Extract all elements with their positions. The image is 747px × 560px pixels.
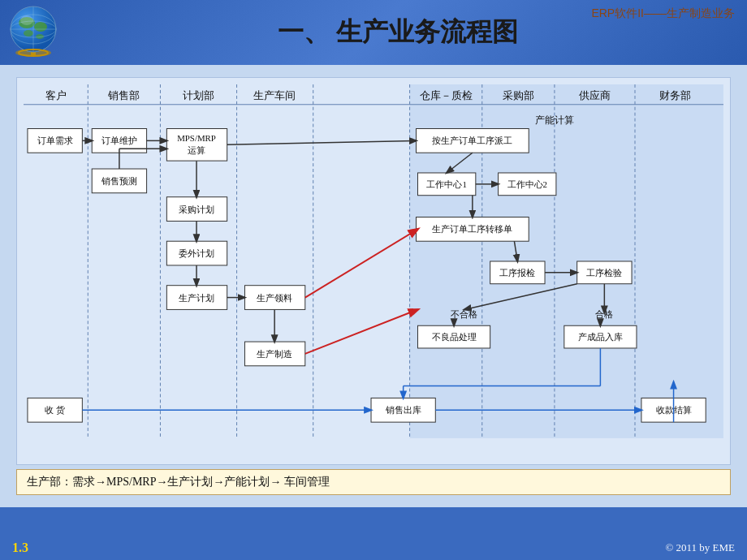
- page-number: 1.3: [12, 541, 28, 555]
- svg-text:工序检验: 工序检验: [586, 268, 622, 278]
- svg-text:销售出库: 销售出库: [385, 405, 421, 415]
- svg-text:销售部: 销售部: [107, 90, 140, 101]
- process-flow-svg: 客户 销售部 计划部 生产车间 仓库－质检 采购部 供应商 财务部 产能计算 订…: [24, 84, 723, 454]
- svg-line-101: [305, 309, 418, 353]
- svg-text:生产制造: 生产制造: [257, 349, 292, 359]
- svg-text:不良品处理: 不良品处理: [432, 332, 477, 342]
- svg-text:产能计算: 产能计算: [535, 114, 574, 126]
- svg-text:生产领料: 生产领料: [257, 293, 292, 303]
- svg-text:工作中心2: 工作中心2: [507, 179, 547, 189]
- svg-text:产成品入库: 产成品入库: [578, 332, 623, 342]
- svg-text:销售预测: 销售预测: [101, 176, 137, 186]
- svg-text:订单维护: 订单维护: [101, 136, 137, 145]
- svg-text:财务部: 财务部: [659, 90, 691, 101]
- svg-text:工序报检: 工序报检: [499, 268, 535, 278]
- svg-text:计划部: 计划部: [183, 90, 214, 101]
- svg-line-102: [305, 229, 418, 297]
- bottom-note: 生产部：需求→MPS/MRP→生产计划→产能计划→ 车间管理: [16, 469, 731, 495]
- svg-text:订单需求: 订单需求: [37, 136, 73, 145]
- svg-text:客户: 客户: [45, 89, 67, 101]
- svg-text:仓库－质检: 仓库－质检: [420, 90, 473, 101]
- svg-point-5: [24, 30, 33, 37]
- svg-text:委外计划: 委外计划: [179, 248, 214, 258]
- svg-text:不合格: 不合格: [451, 309, 477, 319]
- svg-text:生产订单工序转移单: 生产订单工序转移单: [432, 224, 512, 234]
- svg-line-85: [227, 140, 417, 144]
- svg-text:按生产订单工序派工: 按生产订单工序派工: [432, 136, 512, 145]
- globe-icon: [4, 2, 63, 61]
- copyright: © 2011 by EME: [665, 541, 735, 554]
- svg-text:采购计划: 采购计划: [179, 205, 214, 214]
- flow-diagram: 客户 销售部 计划部 生产车间 仓库－质检 采购部 供应商 财务部 产能计算 订…: [16, 77, 731, 465]
- svg-text:收 货: 收 货: [45, 405, 65, 415]
- header: 一、 生产业务流程图 ERP软件II——生产制造业务: [0, 0, 747, 65]
- header-subtitle: ERP软件II——生产制造业务: [591, 6, 735, 21]
- bottom-note-text: 生产部：需求→MPS/MRP→生产计划→产能计划→ 车间管理: [27, 476, 330, 488]
- svg-text:运算: 运算: [188, 145, 205, 155]
- svg-text:生产计划: 生产计划: [179, 293, 214, 303]
- svg-point-11: [20, 15, 33, 25]
- svg-text:供应商: 供应商: [579, 89, 611, 101]
- svg-text:采购部: 采购部: [503, 90, 534, 101]
- svg-text:MPS/MRP: MPS/MRP: [177, 133, 216, 143]
- svg-text:工作中心1: 工作中心1: [426, 179, 466, 189]
- footer: 1.3 © 2011 by EME: [0, 536, 747, 560]
- svg-point-4: [34, 22, 47, 32]
- svg-text:生产车间: 生产车间: [253, 90, 296, 101]
- main-content: 客户 销售部 计划部 生产车间 仓库－质检 采购部 供应商 财务部 产能计算 订…: [0, 65, 747, 507]
